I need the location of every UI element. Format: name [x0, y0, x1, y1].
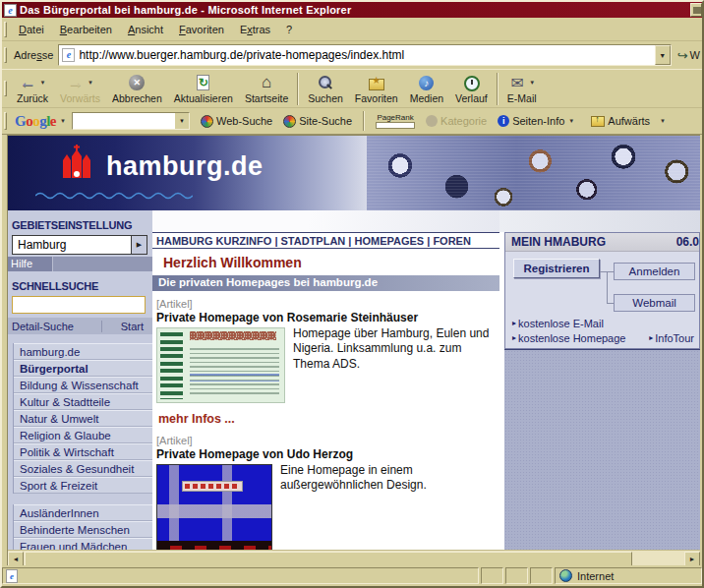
toolbar-button-vorwaerts[interactable]: ▼ Vorwärts	[54, 71, 106, 107]
toolbar-grip[interactable]	[4, 22, 7, 37]
toolbar-button-aktualisieren[interactable]: Aktualisieren	[168, 71, 239, 107]
chevron-down-icon[interactable]: ▼	[568, 118, 574, 124]
sidebar-nav-primary: hamburg.deBürgerportalBildung & Wissensc…	[13, 343, 152, 494]
article-title[interactable]: Private Homepage von Udo Herzog	[156, 447, 494, 461]
address-url[interactable]: http://www.buerger.hamburg.de/private-ho…	[79, 48, 654, 62]
horizontal-scrollbar[interactable]: ◄ ►	[8, 550, 700, 565]
media-icon	[419, 76, 434, 90]
web-suche-button[interactable]: Web-Suche	[201, 115, 272, 128]
chevron-down-icon[interactable]: ▼	[660, 118, 666, 124]
article-thumbnail[interactable]	[156, 464, 272, 550]
sidebar-nav-item[interactable]: Religion & Glaube	[14, 427, 152, 443]
toolbar-grip[interactable]	[4, 81, 7, 96]
toolbar-button-zurueck[interactable]: ▼ Zurück	[11, 71, 54, 107]
mehr-infos-link[interactable]: mehr Infos ...	[158, 412, 494, 426]
sidebar-nav-item[interactable]: hamburg.de	[14, 343, 152, 360]
sidebar-nav-item[interactable]: Politik & Wirtschaft	[14, 443, 152, 460]
dropdown-arrow-icon[interactable]: ▼	[529, 80, 535, 86]
menu-bar: DateiBearbeitenAnsichtFavoritenExtras?	[2, 18, 702, 41]
scrollbar-thumb[interactable]	[25, 552, 632, 565]
start-button[interactable]: Start	[101, 321, 152, 332]
sidebar-nav-item[interactable]: Bildung & Wissenschaft	[14, 377, 152, 393]
dropdown-arrow-icon[interactable]: ▼	[40, 80, 46, 86]
kostenlose-homepage-link[interactable]: kostenlose Homepage	[518, 332, 625, 344]
google-logo[interactable]: Google	[15, 113, 56, 130]
registrieren-button[interactable]: Registrieren	[513, 259, 600, 278]
chevron-down-icon[interactable]: ▼	[60, 118, 66, 124]
toolbar-grip[interactable]	[4, 112, 7, 130]
toolbar-button-abbrechen[interactable]: Abbrechen	[106, 71, 168, 107]
toolbar-separator	[297, 73, 299, 105]
site-suche-button[interactable]: Site-Suche	[283, 115, 352, 128]
article-tag: [Artikel]	[156, 435, 494, 446]
hamburg-banner[interactable]: hamburg.de	[8, 136, 700, 210]
toolbar-separator	[497, 73, 499, 105]
history-icon	[462, 75, 480, 91]
menu-item-?[interactable]: ?	[278, 21, 300, 38]
sidebar-nav-item[interactable]: Natur & Umwelt	[14, 410, 152, 427]
toolbar-button-suchen[interactable]: Suchen	[302, 71, 349, 107]
content-topnav-links[interactable]: HAMBURG KURZINFO | STADTPLAN | HOMEPAGES…	[152, 232, 499, 249]
menu-item-bearbeiten[interactable]: Bearbeiten	[52, 21, 120, 38]
internet-globe-icon	[559, 569, 572, 582]
webmail-button[interactable]: Webmail	[614, 294, 695, 312]
banner-left: hamburg.de	[8, 136, 367, 210]
go-arrow-icon: ↪	[677, 48, 688, 63]
seiten-info-button[interactable]: i Seiten-Info ▼	[498, 115, 580, 127]
browser-window: e Das Bürgerportal bei hamburg.de - Micr…	[0, 0, 704, 588]
toolbar-button-favoriten[interactable]: Favoriten	[349, 71, 404, 107]
schnellsuche-input[interactable]	[12, 296, 146, 314]
sidebar-nav-item[interactable]: Sport & Freizeit	[14, 477, 152, 494]
sidebar-nav-item[interactable]: Kultur & Stadtteile	[14, 393, 152, 410]
gebiet-select[interactable]: Hamburg ▶	[12, 235, 147, 255]
status-message-pane: e	[2, 567, 479, 584]
page-icon: e	[62, 48, 75, 62]
title-bar[interactable]: e Das Bürgerportal bei hamburg.de - Micr…	[2, 2, 702, 18]
toolbar-button-medien[interactable]: Medien	[404, 71, 449, 107]
mein-hamburg-header: MEIN HMABURG 06.0	[505, 233, 699, 252]
kostenlose-email-link[interactable]: kostenlose E-Mail	[518, 318, 604, 329]
hilfe-link[interactable]: Hilfe	[8, 257, 53, 271]
sidebar-nav-item[interactable]: Bürgerportal	[14, 360, 152, 377]
infotour-link[interactable]: InfoTour	[655, 332, 694, 344]
chevron-right-icon[interactable]: ▶	[131, 236, 147, 254]
google-search-dropdown[interactable]: ▼	[175, 113, 189, 129]
menu-item-datei[interactable]: Datei	[11, 21, 52, 38]
sidebar-nav-item[interactable]: AusländerInnen	[14, 504, 152, 521]
dropdown-arrow-icon[interactable]: ▼	[88, 80, 93, 86]
menu-item-ansicht[interactable]: Ansicht	[120, 21, 171, 38]
scroll-right-button[interactable]: ►	[684, 552, 700, 565]
anmelden-button[interactable]: Anmelden	[614, 263, 695, 280]
toolbar-button-verlauf[interactable]: Verlauf	[449, 71, 494, 107]
sidebar-nav-item[interactable]: Soziales & Gesundheit	[14, 460, 152, 477]
menu-item-extras[interactable]: Extras	[232, 21, 278, 38]
scroll-left-button[interactable]: ◄	[8, 552, 24, 565]
menu-item-favoriten[interactable]: Favoriten	[171, 21, 232, 38]
address-dropdown-button[interactable]: ▼	[655, 45, 671, 65]
sidebar-nav-item[interactable]: Frauen und Mädchen	[14, 538, 152, 550]
standard-toolbar: ▼ Zurück ▼ Vorwärts Abbrechen Aktualisie…	[2, 70, 702, 108]
sidebar-nav-item[interactable]: Behinderte Menschen	[14, 521, 152, 538]
article-thumbnail[interactable]	[156, 327, 285, 403]
content-top-strip	[152, 210, 499, 232]
toolbar-grip[interactable]	[4, 47, 7, 63]
google-search-combo[interactable]: ▼	[72, 112, 190, 130]
mein-hamburg-date: 06.0	[676, 235, 699, 249]
google-search-input[interactable]	[73, 113, 175, 129]
detail-suche-link[interactable]: Detail-Suche	[8, 321, 101, 332]
thumbnail-detail	[182, 481, 243, 492]
go-button[interactable]: ↪ W	[672, 48, 702, 63]
toolbar-button-email[interactable]: ▼ E-Mail	[501, 71, 543, 107]
article-title[interactable]: Private Homepage von Rosemarie Steinhäus…	[156, 311, 494, 324]
aufwaerts-button[interactable]: Aufwärts ▼	[591, 115, 672, 127]
address-combo[interactable]: e http://www.buerger.hamburg.de/private-…	[58, 44, 671, 66]
status-pane	[530, 567, 553, 584]
bullet-arrow-icon: ▸	[649, 333, 653, 345]
mein-hamburg-links: ▸ kostenlose E-Mail ▸ kostenlose Homepag…	[512, 318, 694, 347]
hamburg-castle-logo-icon	[59, 145, 94, 188]
toolbar-button-startseite[interactable]: Startseite	[239, 71, 294, 107]
ie-logo-icon: e	[4, 4, 17, 17]
right-column: MEIN HMABURG 06.0 Registrieren Anmelden …	[499, 210, 700, 550]
window-control-button-partial[interactable]	[690, 3, 702, 17]
address-label: Adresse	[14, 49, 53, 61]
